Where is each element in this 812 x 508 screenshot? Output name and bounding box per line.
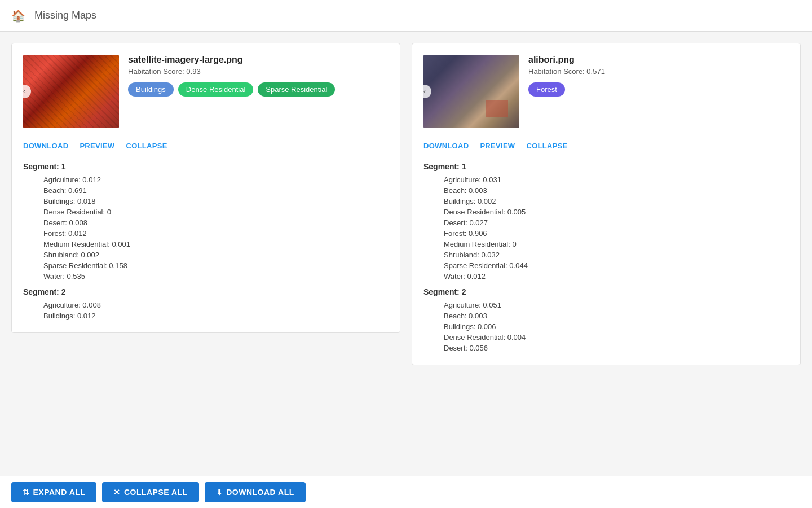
card2-info: alibori.png Habitation Score: 0.571 Fore… (528, 55, 789, 103)
card2-seg2-item3: Buildings: 0.006 (423, 321, 789, 332)
card-satellite: ‹ satellite-imagery-large.png Habitation… (11, 43, 400, 333)
main-content: ‹ satellite-imagery-large.png Habitation… (0, 32, 812, 376)
card1-tags: Buildings Dense Residential Sparse Resid… (128, 82, 389, 97)
card1-image (23, 55, 119, 128)
tag-forest[interactable]: Forest (528, 82, 565, 97)
card2-seg2-item2: Beach: 0.003 (423, 310, 789, 321)
card2-image (423, 55, 519, 128)
home-icon[interactable]: 🏠 (11, 9, 25, 23)
card2-score: Habitation Score: 0.571 (528, 67, 789, 76)
card2-seg1-item4: Dense Residential: 0.005 (423, 207, 789, 217)
card1-seg1-item4: Dense Residential: 0 (23, 207, 389, 217)
card2-image-wrapper: ‹ (423, 55, 519, 128)
card2-tags: Forest (528, 82, 789, 97)
card2-prev-arrow[interactable]: ‹ (418, 85, 431, 98)
card1-seg1-item7: Medium Residential: 0.001 (23, 239, 389, 249)
card2-filename: alibori.png (528, 55, 789, 65)
card2-seg1-item8: Shrubland: 0.032 (423, 249, 789, 260)
card1-download-link[interactable]: DOWNLOAD (23, 142, 68, 150)
card2-segment1-label: Segment: 1 (423, 162, 789, 171)
card1-prev-arrow[interactable]: ‹ (17, 85, 31, 98)
tag-buildings[interactable]: Buildings (128, 82, 174, 97)
tag-dense-residential[interactable]: Dense Residential (178, 82, 254, 97)
card2-preview-link[interactable]: PREVIEW (480, 142, 515, 150)
tag-sparse-residential[interactable]: Sparse Residential (258, 82, 335, 97)
card1-preview-link[interactable]: PREVIEW (80, 142, 114, 150)
card2-seg2-item4: Dense Residential: 0.004 (423, 332, 789, 343)
card1-seg1-item10: Water: 0.535 (23, 271, 389, 282)
card2-seg1-item2: Beach: 0.003 (423, 185, 789, 196)
card1-segments: Segment: 1 Agriculture: 0.012 Beach: 0.6… (23, 162, 389, 321)
card1-seg2-item2: Buildings: 0.012 (23, 310, 389, 321)
card2-download-link[interactable]: DOWNLOAD (423, 142, 469, 150)
card-alibori: ‹ alibori.png Habitation Score: 0.571 Fo… (412, 43, 801, 365)
card1-actions: DOWNLOAD PREVIEW COLLAPSE (23, 137, 389, 155)
card1-seg1-item1: Agriculture: 0.012 (23, 174, 389, 185)
card1-seg1-item6: Forest: 0.012 (23, 228, 389, 239)
card1-collapse-link[interactable]: COLLAPSE (126, 142, 167, 150)
card1-image-wrapper: ‹ (23, 55, 119, 128)
card1-seg1-item5: Desert: 0.008 (23, 217, 389, 228)
card2-seg2-item1: Agriculture: 0.051 (423, 300, 789, 310)
card1-seg1-item2: Beach: 0.691 (23, 185, 389, 196)
header: 🏠 Missing Maps (0, 0, 812, 32)
card2-seg1-item7: Medium Residential: 0 (423, 239, 789, 249)
card2-seg1-item3: Buildings: 0.002 (423, 196, 789, 207)
header-title: Missing Maps (34, 10, 96, 21)
card1-segment1-label: Segment: 1 (23, 162, 389, 171)
card2-collapse-link[interactable]: COLLAPSE (526, 142, 567, 150)
card2-seg1-item5: Desert: 0.027 (423, 217, 789, 228)
card1-seg2-item1: Agriculture: 0.008 (23, 300, 389, 310)
card1-info: satellite-imagery-large.png Habitation S… (128, 55, 389, 103)
card1-header: ‹ satellite-imagery-large.png Habitation… (23, 55, 389, 128)
card2-seg1-item1: Agriculture: 0.031 (423, 174, 789, 185)
card1-score: Habitation Score: 0.93 (128, 67, 389, 76)
card2-segment2-label: Segment: 2 (423, 287, 789, 296)
card2-seg1-item10: Water: 0.012 (423, 271, 789, 282)
card1-segment2-label: Segment: 2 (23, 287, 389, 296)
card1-seg1-item8: Shrubland: 0.002 (23, 249, 389, 260)
card1-filename: satellite-imagery-large.png (128, 55, 389, 65)
card2-seg2-item5: Desert: 0.056 (423, 343, 789, 353)
card2-header: ‹ alibori.png Habitation Score: 0.571 Fo… (423, 55, 789, 128)
card1-seg1-item9: Sparse Residential: 0.158 (23, 260, 389, 271)
card1-seg1-item3: Buildings: 0.018 (23, 196, 389, 207)
card2-seg1-item6: Forest: 0.906 (423, 228, 789, 239)
card2-segments: Segment: 1 Agriculture: 0.031 Beach: 0.0… (423, 162, 789, 353)
card2-actions: DOWNLOAD PREVIEW COLLAPSE (423, 137, 789, 155)
card2-seg1-item9: Sparse Residential: 0.044 (423, 260, 789, 271)
